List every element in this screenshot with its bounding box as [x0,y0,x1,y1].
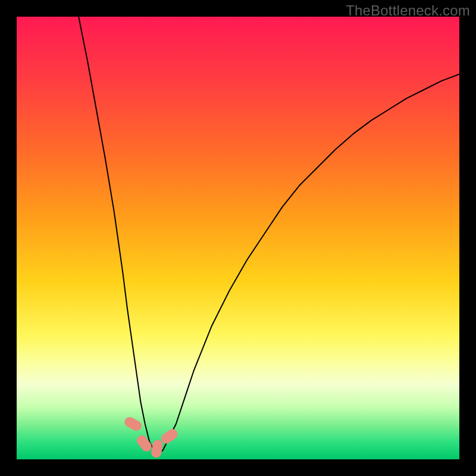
watermark-text: TheBottleneck.com [346,2,470,19]
chart-frame: TheBottleneck.com [0,0,476,476]
plot-area [17,17,459,459]
gradient-background [17,17,459,459]
chart-svg [17,17,459,459]
